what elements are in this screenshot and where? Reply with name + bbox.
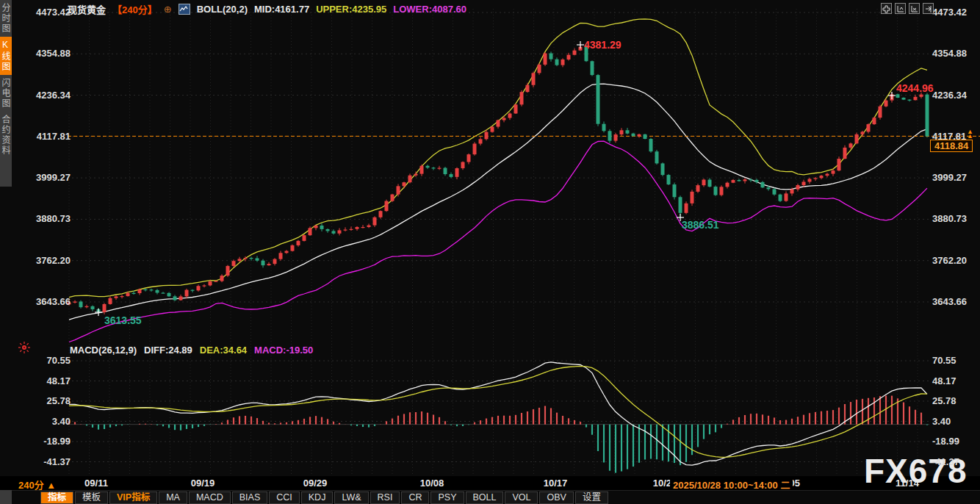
axis-label: 3762.20 [25, 255, 71, 266]
toolbar-item-设置[interactable]: 设置 [575, 492, 608, 504]
sidebar-stub [0, 490, 12, 504]
axis-label: 70.55 [932, 355, 956, 366]
axis-label: -18.99 [932, 436, 959, 447]
axis-label: 25.78 [25, 395, 71, 406]
toolbar-item-PSY[interactable]: PSY [430, 492, 464, 504]
axis-label: 48.17 [25, 375, 71, 386]
date-tick: 10/08 [420, 478, 444, 489]
toolbar-item-LW&[interactable]: LW& [334, 492, 368, 504]
macd-label: MACD(26,12,9) [70, 345, 137, 356]
axis-label: 3880.73 [932, 213, 967, 224]
axis-label: 4473.42 [25, 7, 71, 18]
date-tick: 09/29 [303, 478, 328, 489]
toolbar-item-BIAS[interactable]: BIAS [232, 492, 268, 504]
axis-label: 3643.66 [25, 296, 71, 307]
zoom-out-axis-icon[interactable] [909, 3, 920, 14]
sidebar-item-3[interactable]: 合约资料 [0, 112, 12, 159]
date-axis: 09/1109/1909/2910/0810/1710/2811/0511/14 [0, 476, 980, 490]
date-tick: 09/19 [191, 478, 215, 489]
axis-label: 48.17 [932, 375, 956, 386]
boll-lower-value: LOWER:4087.60 [393, 4, 466, 15]
sidebar-item-1[interactable]: K线图 [0, 37, 12, 75]
date-tick: 09/11 [84, 478, 108, 489]
axis-label: 4236.34 [932, 90, 967, 101]
boll-label: BOLL(20,2) [197, 4, 248, 15]
macd-diff-value: DIFF:24.89 [144, 345, 192, 356]
axis-label: 4117.81 [25, 131, 71, 142]
price-annotation: 3886.51 [682, 219, 719, 231]
macd-value: MACD:-19.50 [254, 345, 313, 356]
axis-label: 4473.42 [932, 7, 967, 18]
toolbar-item-CCI[interactable]: CCI [269, 492, 300, 504]
price-annotation: 4244.96 [896, 82, 934, 94]
macd-dea-value: DEA:34.64 [200, 345, 247, 356]
axis-label: 3.40 [25, 416, 71, 427]
period-label[interactable]: 【240分】 [112, 2, 157, 16]
price-annotation: 3613.55 [104, 314, 142, 326]
toolbar-item-VIP指标[interactable]: VIP指标 [109, 492, 157, 504]
current-price-tag: 4118.84 [930, 140, 973, 152]
axis-label: 70.55 [25, 355, 71, 366]
sidebar-item-0[interactable]: 分时图 [0, 0, 12, 37]
symbol-title: 现货黄金 [68, 2, 106, 16]
axis-label: 3762.20 [932, 255, 967, 266]
axis-label: 3999.27 [932, 172, 967, 183]
axis-label: 4354.88 [25, 48, 71, 59]
axis-label: 4236.34 [25, 90, 71, 101]
toolbar-item-OBV[interactable]: OBV [539, 492, 573, 504]
toolbar-item-CR[interactable]: CR [401, 492, 429, 504]
axis-label: 3643.66 [932, 296, 967, 307]
sidebar-item-2[interactable]: 闪电图 [0, 75, 12, 112]
chart-tool-icons [881, 3, 934, 14]
trading-app-window: 4381.293613.553886.514244.96 分时图K线图闪电图合约… [0, 0, 980, 504]
axis-label: 3999.27 [25, 172, 71, 183]
axis-label: -18.99 [25, 436, 71, 447]
date-tick: 10/17 [544, 478, 568, 489]
crosshair-icon[interactable] [881, 3, 892, 14]
toolbar-item-MACD[interactable]: MACD [189, 492, 231, 504]
chart-header: 现货黄金 【240分】 ⊕ BOLL(20,2) MID:4161.77 UPP… [68, 2, 466, 16]
scroll-right-icon[interactable] [923, 3, 934, 14]
axis-label: 3880.73 [25, 213, 71, 224]
boll-upper-value: UPPER:4235.95 [316, 4, 386, 15]
axis-label: 3.40 [932, 416, 951, 427]
toolbar-item-BOLL[interactable]: BOLL [466, 492, 504, 504]
axis-label: -41.37 [25, 456, 71, 467]
toolbar-item-MA[interactable]: MA [159, 492, 187, 504]
axis-label: 4354.88 [932, 48, 967, 59]
chart-canvas[interactable]: 4381.293613.553886.514244.96 [0, 0, 980, 476]
price-annotation: 4381.29 [584, 39, 621, 51]
boll-mid-value: MID:4161.77 [254, 4, 309, 15]
toolbar-item-指标[interactable]: 指标 [40, 492, 73, 504]
zoom-in-axis-icon[interactable] [895, 3, 906, 14]
indicator-toolbar: 指标模板VIP指标MAMACDBIASCCIKDJLW&RSICRPSYBOLL… [0, 490, 980, 504]
link-icon[interactable]: ⊕ [164, 4, 172, 15]
axis-label: 25.78 [932, 395, 956, 406]
toolbar-item-模板[interactable]: 模板 [75, 492, 108, 504]
macd-header: MACD(26,12,9) DIFF:24.89 DEA:34.64 MACD:… [70, 345, 313, 356]
toolbar-item-KDJ[interactable]: KDJ [301, 492, 334, 504]
price-direction-arrow: ▲▲ [967, 129, 973, 138]
alert-burst-icon[interactable] [18, 341, 31, 357]
axis-label: -41.37 [932, 456, 959, 467]
toolbar-item-VOL[interactable]: VOL [505, 492, 538, 504]
mini-chart-icon [179, 4, 190, 15]
toolbar-item-RSI[interactable]: RSI [370, 492, 400, 504]
sidebar: 分时图K线图闪电图合约资料 [0, 0, 12, 187]
